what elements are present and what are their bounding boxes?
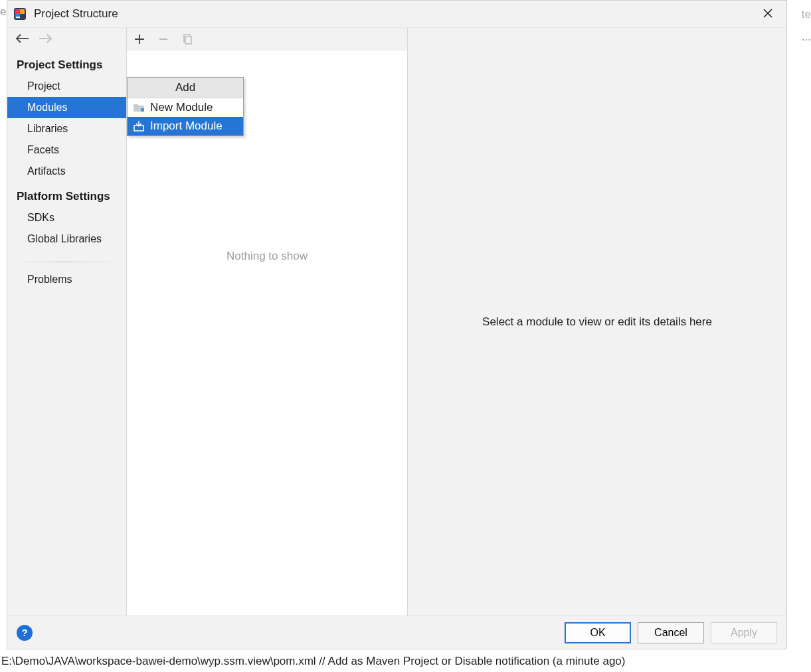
cancel-button[interactable]: Cancel bbox=[638, 622, 704, 643]
dialog-title: Project Structure bbox=[34, 7, 118, 21]
apply-button[interactable]: Apply bbox=[711, 622, 777, 643]
details-hint: Select a module to view or edit its deta… bbox=[482, 315, 712, 329]
background-fragment-right: te bbox=[802, 8, 811, 21]
forward-arrow-icon[interactable] bbox=[38, 33, 52, 46]
intellij-icon bbox=[13, 7, 27, 21]
project-structure-dialog: Project Structure Project Settings Proje… bbox=[7, 0, 787, 649]
add-popup: Add New Module Import Module bbox=[127, 77, 244, 136]
sidebar-item-sdks[interactable]: SDKs bbox=[7, 207, 126, 228]
section-project-settings: Project Settings bbox=[7, 50, 126, 76]
ide-statusbar[interactable]: E:\Demo\JAVA\workspace-bawei-demo\wyp.ss… bbox=[0, 655, 811, 672]
import-icon bbox=[133, 120, 145, 132]
svg-rect-1 bbox=[15, 9, 20, 14]
sidebar-item-problems[interactable]: Problems bbox=[7, 269, 126, 290]
details-pane: Select a module to view or edit its deta… bbox=[408, 28, 786, 616]
sidebar-item-project[interactable]: Project bbox=[7, 76, 126, 97]
dialog-body: Project Settings Project Modules Librari… bbox=[7, 27, 786, 616]
sidebar: Project Settings Project Modules Librari… bbox=[7, 28, 127, 616]
dialog-footer: ? OK Cancel Apply bbox=[7, 616, 786, 649]
add-icon[interactable] bbox=[134, 33, 145, 45]
titlebar: Project Structure bbox=[7, 1, 786, 27]
sidebar-item-artifacts[interactable]: Artifacts bbox=[7, 161, 126, 182]
close-button[interactable] bbox=[755, 7, 781, 21]
history-nav bbox=[7, 28, 126, 50]
popup-item-new-module[interactable]: New Module bbox=[128, 98, 243, 117]
remove-icon[interactable] bbox=[157, 33, 169, 45]
help-icon[interactable]: ? bbox=[17, 625, 33, 641]
ok-button[interactable]: OK bbox=[565, 622, 631, 643]
sidebar-item-libraries[interactable]: Libraries bbox=[7, 118, 126, 139]
popup-item-label: Import Module bbox=[150, 120, 223, 133]
svg-rect-13 bbox=[185, 37, 191, 44]
background-dots: ⋯ bbox=[802, 35, 811, 45]
sidebar-item-modules[interactable]: Modules bbox=[7, 97, 126, 118]
popup-item-label: New Module bbox=[150, 101, 213, 114]
svg-rect-2 bbox=[20, 9, 25, 14]
svg-rect-14 bbox=[141, 108, 144, 112]
sidebar-item-facets[interactable]: Facets bbox=[7, 139, 126, 161]
back-arrow-icon[interactable] bbox=[15, 33, 30, 46]
folder-icon bbox=[133, 102, 145, 114]
background-fragment-left: e bbox=[0, 5, 6, 19]
sidebar-item-global-libraries[interactable]: Global Libraries bbox=[7, 228, 126, 250]
sidebar-divider bbox=[13, 262, 121, 262]
modules-toolbar bbox=[127, 28, 407, 50]
copy-icon[interactable] bbox=[181, 33, 193, 45]
section-platform-settings: Platform Settings bbox=[7, 182, 126, 207]
svg-rect-4 bbox=[16, 17, 20, 18]
popup-title: Add bbox=[128, 78, 243, 98]
popup-item-import-module[interactable]: Import Module bbox=[128, 117, 243, 135]
